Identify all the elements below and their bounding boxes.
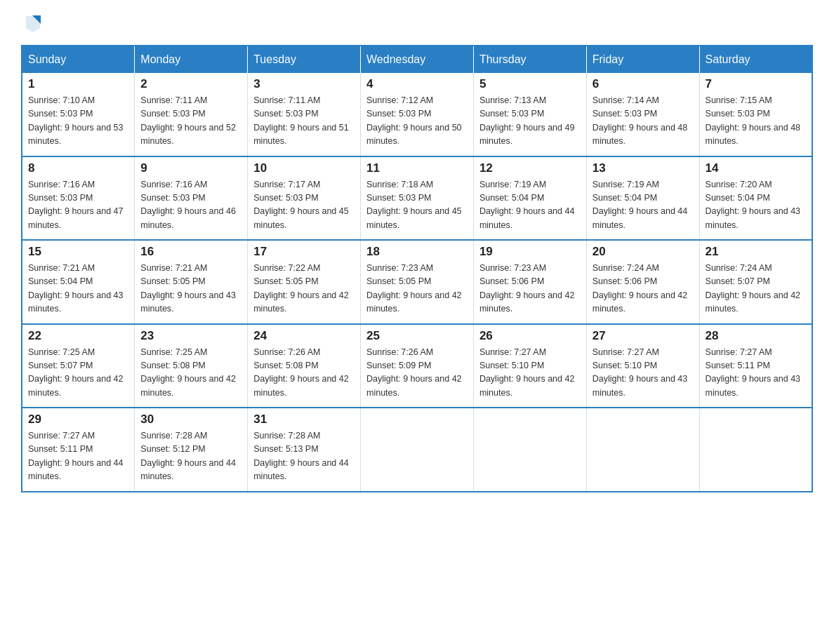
day-number: 23 [140,329,241,343]
weekday-header-thursday: Thursday [473,46,586,73]
day-number: 25 [366,329,468,343]
day-number: 26 [479,329,581,343]
calendar-cell: 21 Sunrise: 7:24 AMSunset: 5:07 PMDaylig… [699,240,812,324]
day-info: Sunrise: 7:16 AMSunset: 5:03 PMDaylight:… [140,180,236,230]
day-number: 18 [366,245,468,259]
day-number: 20 [593,245,694,259]
day-number: 5 [479,77,581,91]
calendar-cell: 17 Sunrise: 7:22 AMSunset: 5:05 PMDaylig… [248,240,361,324]
weekday-header-saturday: Saturday [699,46,812,73]
calendar-cell: 8 Sunrise: 7:16 AMSunset: 5:03 PMDayligh… [22,156,135,241]
calendar-cell: 4 Sunrise: 7:12 AMSunset: 5:03 PMDayligh… [361,73,474,156]
day-number: 13 [593,161,694,175]
weekday-header-sunday: Sunday [22,46,135,73]
calendar-cell: 27 Sunrise: 7:27 AMSunset: 5:10 PMDaylig… [586,324,699,408]
day-info: Sunrise: 7:11 AMSunset: 5:03 PMDaylight:… [140,95,236,146]
day-info: Sunrise: 7:27 AMSunset: 5:11 PMDaylight:… [706,347,801,398]
day-number: 10 [253,161,355,175]
day-number: 12 [479,161,581,175]
day-number: 31 [253,412,355,427]
day-info: Sunrise: 7:24 AMSunset: 5:07 PMDaylight:… [706,263,801,314]
calendar-cell: 12 Sunrise: 7:19 AMSunset: 5:04 PMDaylig… [473,156,586,241]
calendar-cell: 22 Sunrise: 7:25 AMSunset: 5:07 PMDaylig… [22,324,135,408]
day-info: Sunrise: 7:18 AMSunset: 5:03 PMDaylight:… [366,180,462,230]
calendar-cell: 18 Sunrise: 7:23 AMSunset: 5:05 PMDaylig… [361,240,474,324]
calendar-cell: 28 Sunrise: 7:27 AMSunset: 5:11 PMDaylig… [699,324,812,408]
day-number: 24 [253,329,355,343]
page-header [21,14,813,34]
calendar-cell: 1 Sunrise: 7:10 AMSunset: 5:03 PMDayligh… [22,73,135,156]
day-info: Sunrise: 7:19 AMSunset: 5:04 PMDaylight:… [593,180,688,230]
calendar-cell: 9 Sunrise: 7:16 AMSunset: 5:03 PMDayligh… [135,156,248,241]
calendar-cell: 7 Sunrise: 7:15 AMSunset: 5:03 PMDayligh… [699,73,812,156]
day-info: Sunrise: 7:13 AMSunset: 5:03 PMDaylight:… [479,95,575,146]
calendar-cell: 24 Sunrise: 7:26 AMSunset: 5:08 PMDaylig… [248,324,361,408]
calendar-cell: 2 Sunrise: 7:11 AMSunset: 5:03 PMDayligh… [135,73,248,156]
calendar-week-row: 15 Sunrise: 7:21 AMSunset: 5:04 PMDaylig… [22,240,812,324]
day-info: Sunrise: 7:11 AMSunset: 5:03 PMDaylight:… [253,95,349,146]
day-info: Sunrise: 7:23 AMSunset: 5:05 PMDaylight:… [366,263,462,314]
calendar-cell: 11 Sunrise: 7:18 AMSunset: 5:03 PMDaylig… [361,156,474,241]
day-number: 21 [706,245,806,259]
day-info: Sunrise: 7:14 AMSunset: 5:03 PMDaylight:… [593,95,688,146]
day-info: Sunrise: 7:26 AMSunset: 5:08 PMDaylight:… [253,347,349,398]
calendar-table: SundayMondayTuesdayWednesdayThursdayFrid… [21,45,813,492]
calendar-cell: 16 Sunrise: 7:21 AMSunset: 5:05 PMDaylig… [135,240,248,324]
calendar-cell [361,408,474,492]
calendar-cell: 6 Sunrise: 7:14 AMSunset: 5:03 PMDayligh… [586,73,699,156]
calendar-cell: 23 Sunrise: 7:25 AMSunset: 5:08 PMDaylig… [135,324,248,408]
day-number: 15 [28,245,128,259]
calendar-cell: 25 Sunrise: 7:26 AMSunset: 5:09 PMDaylig… [361,324,474,408]
calendar-week-row: 1 Sunrise: 7:10 AMSunset: 5:03 PMDayligh… [22,73,812,156]
calendar-week-row: 22 Sunrise: 7:25 AMSunset: 5:07 PMDaylig… [22,324,812,408]
day-number: 28 [706,329,806,343]
calendar-header-row: SundayMondayTuesdayWednesdayThursdayFrid… [22,46,812,73]
day-info: Sunrise: 7:19 AMSunset: 5:04 PMDaylight:… [479,180,575,230]
calendar-cell: 3 Sunrise: 7:11 AMSunset: 5:03 PMDayligh… [248,73,361,156]
day-info: Sunrise: 7:26 AMSunset: 5:09 PMDaylight:… [366,347,462,398]
day-number: 7 [706,77,806,91]
day-number: 1 [28,77,128,91]
day-info: Sunrise: 7:21 AMSunset: 5:05 PMDaylight:… [140,263,236,314]
day-info: Sunrise: 7:22 AMSunset: 5:05 PMDaylight:… [253,263,349,314]
calendar-cell: 26 Sunrise: 7:27 AMSunset: 5:10 PMDaylig… [473,324,586,408]
day-info: Sunrise: 7:12 AMSunset: 5:03 PMDaylight:… [366,95,462,146]
day-info: Sunrise: 7:23 AMSunset: 5:06 PMDaylight:… [479,263,575,314]
day-number: 11 [366,161,468,175]
day-number: 6 [593,77,694,91]
day-number: 2 [140,77,241,91]
day-number: 4 [366,77,468,91]
calendar-cell [699,408,812,492]
logo [21,14,44,34]
day-number: 3 [253,77,355,91]
day-number: 9 [140,161,241,175]
calendar-cell: 30 Sunrise: 7:28 AMSunset: 5:12 PMDaylig… [135,408,248,492]
day-number: 8 [28,161,128,175]
calendar-cell [473,408,586,492]
calendar-week-row: 29 Sunrise: 7:27 AMSunset: 5:11 PMDaylig… [22,408,812,492]
day-info: Sunrise: 7:16 AMSunset: 5:03 PMDaylight:… [28,180,124,230]
calendar-cell: 20 Sunrise: 7:24 AMSunset: 5:06 PMDaylig… [586,240,699,324]
calendar-week-row: 8 Sunrise: 7:16 AMSunset: 5:03 PMDayligh… [22,156,812,241]
day-number: 29 [28,412,128,427]
calendar-cell: 15 Sunrise: 7:21 AMSunset: 5:04 PMDaylig… [22,240,135,324]
day-number: 19 [479,245,581,259]
day-info: Sunrise: 7:28 AMSunset: 5:13 PMDaylight:… [253,431,349,481]
day-number: 30 [140,412,241,427]
day-info: Sunrise: 7:17 AMSunset: 5:03 PMDaylight:… [253,180,349,230]
weekday-header-friday: Friday [586,46,699,73]
day-info: Sunrise: 7:25 AMSunset: 5:08 PMDaylight:… [140,347,236,398]
calendar-cell: 13 Sunrise: 7:19 AMSunset: 5:04 PMDaylig… [586,156,699,241]
day-info: Sunrise: 7:20 AMSunset: 5:04 PMDaylight:… [706,180,801,230]
calendar-cell: 10 Sunrise: 7:17 AMSunset: 5:03 PMDaylig… [248,156,361,241]
day-info: Sunrise: 7:21 AMSunset: 5:04 PMDaylight:… [28,263,124,314]
weekday-header-tuesday: Tuesday [248,46,361,73]
day-number: 14 [706,161,806,175]
weekday-header-wednesday: Wednesday [361,46,474,73]
calendar-cell: 14 Sunrise: 7:20 AMSunset: 5:04 PMDaylig… [699,156,812,241]
day-info: Sunrise: 7:15 AMSunset: 5:03 PMDaylight:… [706,95,801,146]
day-number: 16 [140,245,241,259]
weekday-header-monday: Monday [135,46,248,73]
day-info: Sunrise: 7:28 AMSunset: 5:12 PMDaylight:… [140,431,236,481]
calendar-cell: 29 Sunrise: 7:27 AMSunset: 5:11 PMDaylig… [22,408,135,492]
